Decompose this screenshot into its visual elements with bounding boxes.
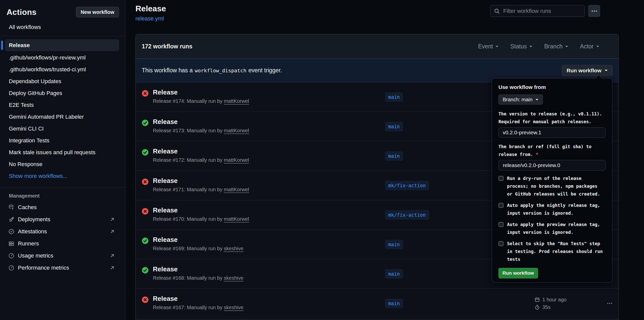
filter-actor-dropdown[interactable]: Actor xyxy=(580,43,599,50)
sidebar-item-caches[interactable]: Caches xyxy=(0,201,125,213)
filter-branch-dropdown[interactable]: Branch xyxy=(544,43,568,50)
search-icon xyxy=(494,8,500,14)
workflow-file-link[interactable]: release.yml xyxy=(135,15,164,22)
actor-link[interactable]: mattKorwel xyxy=(224,98,249,104)
sidebar-item-mark-stale-issues-and-pull-requests[interactable]: Mark stale issues and pull requests xyxy=(0,146,125,158)
sidebar-item-usage-metrics[interactable]: Usage metrics xyxy=(0,250,125,262)
chevron-down-icon xyxy=(596,45,599,48)
branch-label[interactable]: main xyxy=(385,240,403,249)
arrow-up-right-icon xyxy=(109,217,115,222)
actor-link[interactable]: mattKorwel xyxy=(224,128,249,133)
sidebar-divider xyxy=(0,187,125,188)
branch-label[interactable]: main xyxy=(385,151,403,161)
dropdown-checkbox-row-3: Auto apply the preview release tag, inpu… xyxy=(498,221,606,236)
branch-label[interactable]: mk/fix-action xyxy=(385,181,429,190)
runs-list-header: 172 workflow runs EventStatusBranchActor xyxy=(136,34,619,59)
cache-icon xyxy=(8,204,14,210)
filter-status-dropdown[interactable]: Status xyxy=(510,43,533,50)
sidebar-show-more-workflows[interactable]: Show more workflows... xyxy=(0,170,125,182)
branch-label[interactable]: main xyxy=(385,299,403,308)
arrow-up-right-icon xyxy=(109,229,115,234)
branch-label[interactable]: mk/fix-action xyxy=(385,210,429,220)
version-input[interactable] xyxy=(498,127,606,138)
check-circle-icon xyxy=(142,237,153,259)
sidebar-item-deployments[interactable]: Deployments xyxy=(0,213,125,226)
run-description: Release #170: Manually run by mattKorwel xyxy=(153,216,385,222)
run-title-link[interactable]: Release xyxy=(153,295,178,302)
branch-label[interactable]: main xyxy=(385,269,403,279)
dropdown-checkboxes: Run a dry-run of the release process; no… xyxy=(498,175,606,263)
sidebar-item-no-response[interactable]: No Response xyxy=(0,158,125,170)
actor-link[interactable]: mattKorwel xyxy=(224,187,249,192)
runs-filterbar: EventStatusBranchActor xyxy=(478,43,599,50)
sidebar-item-dependabot-updates[interactable]: Dependabot Updates xyxy=(0,75,125,87)
new-workflow-button[interactable]: New workflow xyxy=(76,7,119,17)
workflow-options-button[interactable] xyxy=(588,5,600,17)
workflow-run-row xyxy=(136,318,619,320)
ref-input-label: The branch or ref (full git sha) to rele… xyxy=(498,143,606,158)
sidebar-item-e2e-tests[interactable]: E2E Tests xyxy=(0,99,125,111)
actor-link[interactable]: skeshive xyxy=(224,246,243,251)
sidebar-item-integration-tests[interactable]: Integration Tests xyxy=(0,135,125,146)
page-title: Release xyxy=(135,4,166,13)
checkbox[interactable] xyxy=(498,176,503,181)
run-title-link[interactable]: Release xyxy=(153,177,178,184)
stopwatch-icon xyxy=(535,305,540,310)
sidebar-item-release[interactable]: Release xyxy=(5,39,119,51)
run-title-link[interactable]: Release xyxy=(153,206,178,214)
actor-link[interactable]: skeshive xyxy=(224,305,243,310)
sidebar-item-label: Usage metrics xyxy=(18,252,53,259)
verified-icon xyxy=(8,229,14,235)
workflow-run-row[interactable]: ReleaseRelease #167: Manually run by ske… xyxy=(136,289,619,318)
x-circle-icon xyxy=(142,90,153,112)
checkbox-label[interactable]: Auto apply the preview release tag, inpu… xyxy=(507,221,603,236)
checkbox[interactable] xyxy=(498,241,503,246)
dropdown-title: Use workflow from xyxy=(498,84,606,90)
run-description: Release #173: Manually run by mattKorwel xyxy=(153,128,385,134)
branch-selector-button[interactable]: Branch: main xyxy=(498,94,543,105)
run-title-link[interactable]: Release xyxy=(153,236,178,243)
checkbox[interactable] xyxy=(498,203,503,208)
run-description: Release #168: Manually run by skeshive xyxy=(153,275,385,281)
run-workflow-dropdown-button[interactable]: Run workflow xyxy=(562,65,612,76)
actor-link[interactable]: mattKorwel xyxy=(224,216,249,222)
sidebar-item-github-workflows-trusted-ci-yml[interactable]: .github/workflows/trusted-ci.yml xyxy=(0,63,125,75)
checkbox-label[interactable]: Select to skip the "Run Tests" step in t… xyxy=(507,240,603,263)
sidebar-item-gemini-cli-ci[interactable]: Gemini CLI CI xyxy=(0,123,125,135)
sidebar-item-gemini-automated-pr-labeler[interactable]: Gemini Automated PR Labeler xyxy=(0,111,125,123)
sidebar-item-github-workflows-pr-review-yml[interactable]: .github/workflows/pr-review.yml xyxy=(0,52,125,63)
filter-workflow-runs-box[interactable] xyxy=(490,5,585,17)
sidebar-item-deploy-github-pages[interactable]: Deploy GitHub Pages xyxy=(0,87,125,99)
sidebar-item-performance-metrics[interactable]: Performance metrics xyxy=(0,262,125,274)
actions-sidebar: Actions New workflow All workflows Relea… xyxy=(0,0,125,320)
version-input-label: The version to release (e.g., v0.1.11). … xyxy=(498,110,606,126)
x-circle-icon xyxy=(142,296,153,318)
checkbox[interactable] xyxy=(498,222,503,227)
run-title-link[interactable]: Release xyxy=(153,147,178,155)
run-title-link[interactable]: Release xyxy=(153,265,178,273)
meter-icon xyxy=(8,265,14,271)
checkbox-label[interactable]: Auto apply the nightly release tag, inpu… xyxy=(507,202,603,217)
branch-label[interactable]: main xyxy=(385,122,403,131)
sidebar-item-all-workflows[interactable]: All workflows xyxy=(9,24,125,30)
run-title-link[interactable]: Release xyxy=(153,88,178,96)
sidebar-item-runners[interactable]: Runners xyxy=(0,238,125,250)
runs-count: 172 workflow runs xyxy=(142,43,192,50)
sidebar-item-attestations[interactable]: Attestations xyxy=(0,226,125,238)
management-heading: Management xyxy=(9,193,125,199)
run-title-link[interactable]: Release xyxy=(153,118,178,125)
dropdown-checkbox-row-2: Auto apply the nightly release tag, inpu… xyxy=(498,202,606,217)
actor-link[interactable]: mattKorwel xyxy=(224,157,249,163)
ref-input[interactable] xyxy=(498,160,606,171)
filter-workflow-runs-input[interactable] xyxy=(503,8,581,15)
actor-link[interactable]: skeshive xyxy=(224,275,243,281)
run-description: Release #174: Manually run by mattKorwel xyxy=(153,98,385,104)
checkbox-label[interactable]: Run a dry-run of the release process; no… xyxy=(507,175,603,198)
check-circle-icon xyxy=(142,119,153,141)
sidebar-item-label: Attestations xyxy=(18,228,47,235)
page-header: Release release.yml xyxy=(135,4,166,22)
branch-label[interactable]: main xyxy=(385,92,403,102)
run-options-button[interactable] xyxy=(595,300,619,306)
run-workflow-submit-button[interactable]: Run workflow xyxy=(498,268,538,278)
filter-event-dropdown[interactable]: Event xyxy=(478,43,499,50)
